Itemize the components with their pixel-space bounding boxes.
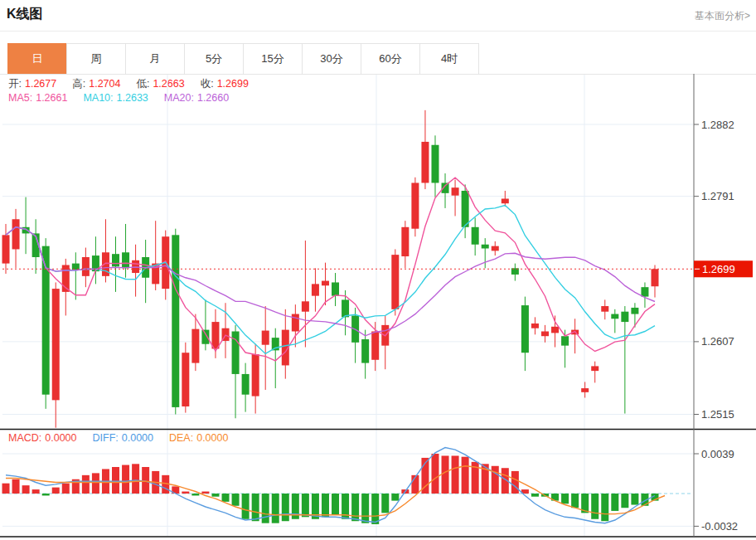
current-price-tag-label: 1.2699 bbox=[702, 263, 735, 275]
axis-tick-label: 1.2791 bbox=[701, 190, 734, 202]
macd-bar bbox=[272, 494, 279, 523]
macd-bar bbox=[252, 494, 259, 521]
macd-bar bbox=[621, 494, 628, 508]
macd-bar bbox=[242, 494, 250, 519]
macd-bar bbox=[462, 457, 469, 494]
macd-bar bbox=[2, 484, 10, 494]
macd-bar bbox=[442, 455, 449, 494]
macd-bar bbox=[191, 494, 199, 495]
macd-bar bbox=[302, 494, 309, 517]
macd-bar bbox=[142, 467, 149, 494]
macd-bar bbox=[282, 494, 289, 521]
macd-bar bbox=[22, 485, 30, 494]
macd-bar bbox=[571, 494, 579, 508]
macd-bar bbox=[351, 494, 359, 521]
macd-bar bbox=[211, 494, 219, 497]
macd-bar bbox=[42, 494, 50, 495]
macd-bar bbox=[492, 466, 499, 494]
macd-bar bbox=[262, 494, 269, 523]
macd-bar bbox=[561, 494, 569, 504]
macd-bar bbox=[222, 494, 230, 502]
axis-tick-label: 1.2515 bbox=[701, 408, 734, 421]
macd-bar bbox=[391, 494, 399, 501]
axis-tick-label: 0.0039 bbox=[701, 448, 734, 460]
macd-bar bbox=[132, 464, 139, 494]
macd-bar bbox=[32, 489, 40, 494]
macd-bar bbox=[511, 471, 519, 494]
macd-bar bbox=[531, 494, 539, 497]
macd-bar bbox=[452, 455, 459, 494]
axis-tick-label: 1.2882 bbox=[701, 119, 734, 131]
macd-bar bbox=[381, 494, 389, 513]
macd-bar bbox=[82, 475, 90, 494]
macd-bar bbox=[611, 494, 618, 511]
macd-bar bbox=[631, 494, 638, 505]
macd-bar bbox=[122, 465, 129, 494]
macd-bar bbox=[182, 492, 189, 494]
macd-bar bbox=[591, 494, 598, 519]
macd-bar bbox=[112, 467, 119, 494]
macd-bar bbox=[92, 473, 99, 494]
macd-bar bbox=[361, 494, 369, 523]
macd-bar bbox=[332, 494, 339, 515]
macd-bar bbox=[431, 454, 439, 494]
macd-bar bbox=[322, 494, 329, 517]
candlestick-chart-area[interactable] bbox=[2, 108, 693, 427]
macd-bar bbox=[371, 494, 379, 524]
macd-bar bbox=[12, 479, 20, 494]
macd-bar bbox=[62, 484, 70, 494]
axis-tick-label: 1.2607 bbox=[701, 335, 734, 348]
axis-tick-label: -0.0032 bbox=[701, 520, 738, 533]
macd-bar bbox=[601, 494, 608, 521]
macd-bar bbox=[201, 492, 209, 494]
macd-bar bbox=[52, 488, 60, 494]
macd-bar bbox=[232, 494, 240, 506]
